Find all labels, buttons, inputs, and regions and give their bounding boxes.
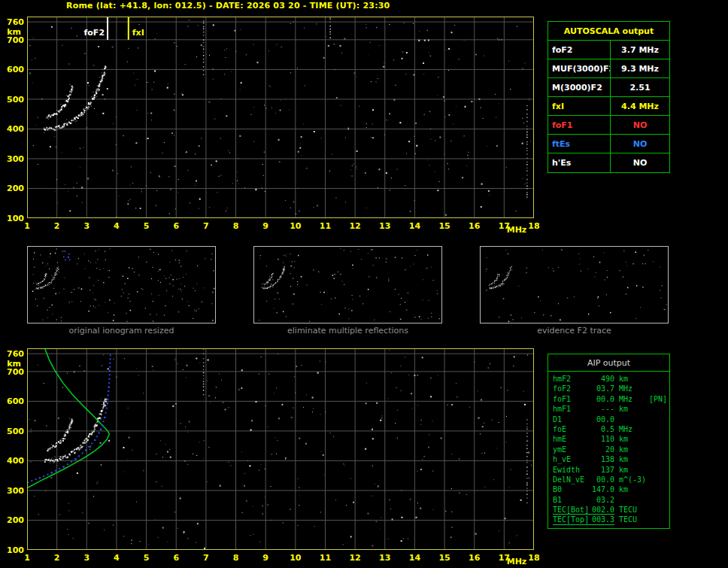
- table-row: Ewidth137km: [553, 465, 669, 475]
- x-tick-label: 1: [24, 553, 30, 563]
- ionogram-canvas: foF2fxI100200300400500600700760km1234567…: [5, 15, 540, 235]
- x-tick-label: 3: [83, 553, 89, 563]
- autoscala-panel-title: AUTOSCALA output: [548, 22, 669, 41]
- y-tick-label: 500: [7, 95, 24, 105]
- x-tick-label: 13: [379, 553, 390, 563]
- thumbnail-trace: [489, 266, 512, 290]
- thumbnail-canvas: [28, 247, 215, 323]
- parameter-label: MUF(3000)F2: [548, 59, 611, 77]
- x-tick-label: 8: [233, 553, 239, 563]
- table-row: foE0.5MHz: [553, 424, 669, 434]
- parameter-line: Ewidth137: [553, 465, 614, 475]
- parameter-line: B103.2: [553, 495, 614, 505]
- parameter-label: fxI: [548, 97, 611, 115]
- y-tick-label: 600: [7, 65, 24, 74]
- table-row: foF1NO: [548, 116, 669, 135]
- marker-fxi: fxI: [129, 17, 144, 40]
- y-axis-unit: km: [7, 359, 21, 369]
- parameter-label: hmF1: [553, 404, 590, 414]
- parameter-unit: km: [619, 465, 648, 475]
- parameter-value: 003.3: [590, 515, 614, 524]
- parameter-value: 3.7 MHz: [611, 41, 669, 59]
- parameter-line: hmF1---: [553, 404, 614, 414]
- x-tick-label: 16: [469, 221, 481, 231]
- y-tick-label: 400: [7, 456, 24, 466]
- parameter-label: DelN_vE: [553, 475, 590, 484]
- parameter-label: hmE: [553, 434, 590, 444]
- parameter-label: Ewidth: [553, 465, 590, 475]
- x-axis-unit: MHz: [507, 225, 527, 235]
- table-row: TEC[Top]003.3TECU: [553, 515, 669, 524]
- parameter-value: 137: [590, 465, 614, 475]
- parameter-value: 4.4 MHz: [611, 97, 669, 115]
- parameter-label: foF2: [548, 41, 611, 59]
- parameter-label: TEC[Top]: [553, 515, 590, 524]
- parameter-note: [PN]: [649, 394, 667, 404]
- parameter-value: 490: [590, 374, 614, 384]
- parameter-label: ftEs: [548, 135, 611, 153]
- aip-panel-title: AIP output: [548, 354, 669, 372]
- x-tick-label: 16: [469, 553, 481, 563]
- table-row: DelN_vE00.0m^(-3): [553, 475, 669, 484]
- parameter-label: B0: [553, 484, 590, 494]
- ionogram-profile-plot: 100200300400500600700760km12345678910111…: [5, 347, 540, 567]
- x-tick-label: 2: [54, 221, 60, 231]
- thumbnail-canvas: [481, 247, 668, 323]
- x-tick-label: 18: [528, 553, 539, 563]
- y-tick-label: 760: [7, 17, 24, 27]
- parameter-value: 9.3 MHz: [611, 59, 669, 77]
- parameter-unit: [619, 415, 648, 424]
- parameter-label: ymE: [553, 445, 590, 454]
- x-tick-label: 14: [409, 553, 421, 563]
- y-tick-label: 300: [7, 154, 24, 164]
- parameter-label: M(3000)F2: [548, 78, 611, 96]
- y-tick-label: 100: [7, 545, 24, 555]
- parameter-line: h_vE138: [553, 454, 614, 464]
- parameter-value: NO: [611, 135, 669, 153]
- parameter-value: 00.0: [590, 394, 614, 404]
- parameter-value: NO: [611, 116, 669, 134]
- table-row: TEC[Bot]002.0TECU: [553, 505, 669, 515]
- x-tick-label: 5: [144, 553, 150, 563]
- autoscala-output-panel: AUTOSCALA output foF23.7 MHzMUF(3000)F29…: [548, 21, 670, 173]
- x-tick-label: 15: [438, 221, 450, 231]
- x-axis-unit: MHz: [507, 557, 527, 566]
- parameter-line: B0147.0: [553, 484, 614, 494]
- parameter-label: D1: [553, 415, 590, 424]
- parameter-label: hmF2: [553, 374, 590, 384]
- x-tick-label: 6: [173, 221, 179, 231]
- thumbnail-caption: evidence F2 trace: [480, 326, 669, 336]
- parameter-label: h'Es: [548, 153, 611, 172]
- secondary-echo-arc: [47, 418, 73, 451]
- x-tick-label: 10: [290, 221, 302, 231]
- table-row: hmE110km: [553, 434, 669, 444]
- x-tick-label: 3: [83, 221, 89, 231]
- x-tick-label: 18: [528, 221, 539, 231]
- plot-border: [28, 17, 534, 218]
- parameter-label: B1: [553, 495, 590, 505]
- parameter-value: 03.2: [590, 495, 614, 505]
- x-tick-label: 5: [144, 221, 150, 231]
- parameter-value: 147.0: [590, 484, 614, 494]
- table-row: foF100.0MHz[PN]: [553, 394, 669, 404]
- parameter-unit: TECU: [619, 505, 648, 515]
- parameter-label: foE: [553, 424, 590, 434]
- parameter-line: foE0.5: [553, 424, 614, 434]
- table-row: fxI4.4 MHz: [548, 97, 669, 116]
- table-row: foF203.7MHz: [553, 384, 669, 393]
- parameter-unit: km: [619, 374, 648, 384]
- parameter-label: foF1: [548, 116, 611, 134]
- background-noise: [29, 348, 532, 549]
- marker-fof2: foF2: [84, 17, 108, 40]
- x-tick-label: 7: [203, 553, 209, 563]
- parameter-label: h_vE: [553, 454, 590, 464]
- thumbnail-trace: [261, 266, 285, 289]
- parameter-value: 00.0: [590, 415, 614, 424]
- x-tick-label: 4: [114, 553, 120, 563]
- parameter-value: 0.5: [590, 424, 614, 434]
- table-row: B0147.0km: [553, 484, 669, 494]
- x-tick-label: 11: [320, 553, 331, 563]
- table-row: h'EsNO: [548, 153, 669, 172]
- x-tick-label: 4: [114, 221, 120, 231]
- x-tick-label: 13: [379, 221, 390, 231]
